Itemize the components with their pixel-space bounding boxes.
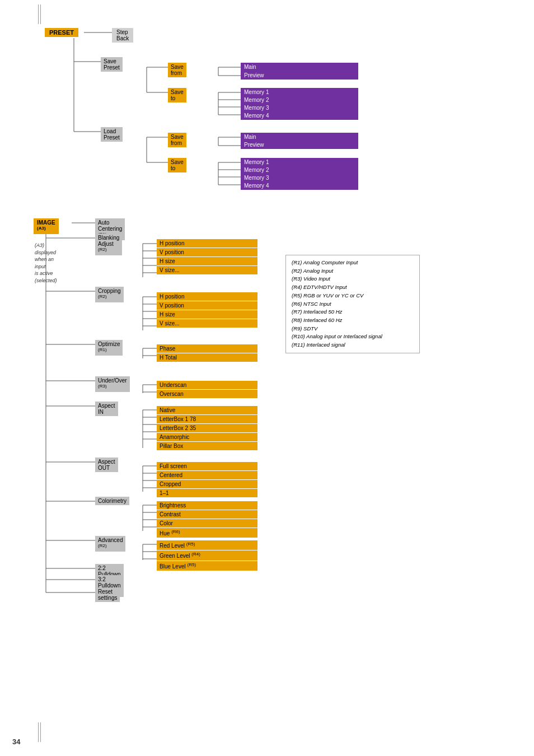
left-edge-line bbox=[38, 4, 39, 24]
save-from-main[interactable]: Main bbox=[241, 63, 358, 72]
page-number: 34 bbox=[12, 738, 20, 746]
blanking-adjust-button[interactable]: Blanking Adjust (R2) bbox=[95, 234, 122, 255]
save-from-preview[interactable]: Preview bbox=[241, 71, 358, 80]
load-to-memory4[interactable]: Memory 4 bbox=[241, 181, 358, 190]
info-line-11: (R11) Interlaced signal bbox=[292, 341, 414, 349]
save-to-label-1: Save to bbox=[168, 88, 186, 102]
a3-note: (A3) displayed when an input is active (… bbox=[35, 242, 57, 284]
info-box: (R1) Analog Computer Input (R2) Analog I… bbox=[285, 255, 420, 353]
save-to-label-2: Save to bbox=[168, 158, 186, 172]
image-button[interactable]: IMAGE (A3) bbox=[34, 218, 59, 234]
info-line-10: (R10) Analog input or Interlaced signal bbox=[292, 333, 414, 341]
left-edge-line2 bbox=[40, 4, 41, 24]
save-preset-button[interactable]: Save Preset bbox=[101, 57, 123, 72]
preset-connectors bbox=[45, 28, 414, 202]
info-line-6: (R6) NTSC Input bbox=[292, 300, 414, 309]
load-from-preview[interactable]: Preview bbox=[241, 141, 358, 149]
cropping-button[interactable]: Cropping (R2) bbox=[95, 287, 124, 302]
advanced-button[interactable]: Advanced (R2) bbox=[95, 536, 125, 552]
save-to-memory4[interactable]: Memory 4 bbox=[241, 111, 358, 120]
save-from-label-2: Save from bbox=[168, 133, 186, 147]
aspect-in-button[interactable]: Aspect IN bbox=[95, 402, 118, 416]
colorimetry-button[interactable]: Colorimetry bbox=[95, 497, 129, 505]
info-line-5: (R5) RGB or YUV or YC or CV bbox=[292, 292, 414, 300]
page-container: PRESET Step Back Save Preset Save from S… bbox=[0, 0, 534, 756]
load-preset-button[interactable]: Load Preset bbox=[101, 127, 123, 142]
aspect-out-items: Full screen Centered Cropped 1–1 bbox=[157, 462, 257, 497]
info-line-8: (R8) Interlaced 60 Hz bbox=[292, 316, 414, 325]
info-line-7: (R7) Interlaced 50 Hz bbox=[292, 308, 414, 316]
under-over-button[interactable]: Under/Over (R3) bbox=[95, 376, 130, 392]
optimize-items: Phase H Total bbox=[157, 344, 257, 362]
blanking-items: H position V position H size V size... bbox=[157, 239, 257, 274]
optimize-button[interactable]: Optimize (R1) bbox=[95, 340, 123, 356]
info-line-3: (R3) Video Input bbox=[292, 275, 414, 283]
aspect-in-items: Native LetterBox 1 78 LetterBox 2 35 Ana… bbox=[157, 406, 257, 450]
advanced-items: Red Level (R5) Green Level (R4) Blue Lev… bbox=[157, 540, 257, 571]
info-line-4: (R4) EDTV/HDTV Input bbox=[292, 283, 414, 292]
save-from-label-1: Save from bbox=[168, 63, 186, 77]
reset-settings-button[interactable]: Reset settings bbox=[95, 587, 120, 602]
preset-button[interactable]: PRESET bbox=[45, 28, 78, 37]
cropping-items: H position V position H size V size... bbox=[157, 292, 257, 328]
step-back-button[interactable]: Step Back bbox=[112, 28, 133, 43]
under-over-items: Underscan Overscan bbox=[157, 381, 257, 398]
info-line-9: (R9) SDTV bbox=[292, 325, 414, 333]
colorimetry-items: Brightness Contrast Color Hue (R6) bbox=[157, 501, 257, 538]
info-line-2: (R2) Analog Input bbox=[292, 267, 414, 276]
info-line-1: (R1) Analog Computer Input bbox=[292, 259, 414, 267]
aspect-out-button[interactable]: Aspect OUT bbox=[95, 458, 118, 472]
bottom-left-line bbox=[38, 722, 39, 742]
bottom-left-line2 bbox=[40, 722, 41, 742]
